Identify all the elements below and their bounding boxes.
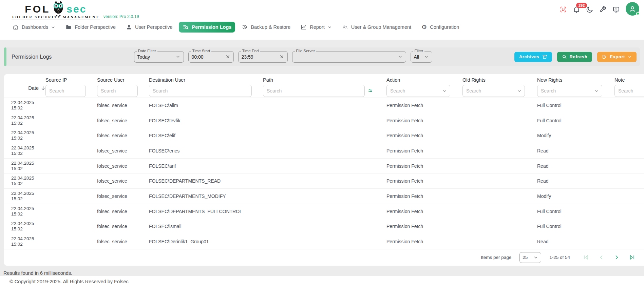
cell-new-rights: Read: [537, 163, 614, 169]
chevron-down-icon: [398, 54, 403, 59]
table-body: 22.04.202515:02 folsec_service FOLSEC\al…: [4, 98, 644, 249]
items-per-page-label: Items per page: [481, 255, 511, 260]
column-new-rights: New Rights: [537, 74, 614, 98]
time-end-input[interactable]: Time End 23:59: [238, 51, 288, 63]
table-row[interactable]: 22.04.202515:02 folsec_service FOLSEC\al…: [4, 98, 644, 113]
cell-new-rights: Full Control: [537, 103, 614, 108]
app-footer: © Copyright 2019-2025. All Rights Reserv…: [0, 276, 644, 287]
cell-action: Permission Fetch: [386, 239, 462, 244]
chevron-down-icon[interactable]: [594, 88, 599, 94]
table-row[interactable]: 22.04.202515:02 folsec_service FOLSEC\is…: [4, 219, 644, 234]
page-range-label: 1-25 of 54: [549, 255, 570, 260]
previous-page-button[interactable]: [598, 254, 605, 261]
cell-date: 22.04.202515:02: [4, 221, 45, 232]
cell-action: Permission Fetch: [386, 209, 462, 214]
cell-destination-user: FOLSEC\enes: [149, 148, 263, 153]
path-search-input[interactable]: [263, 85, 365, 97]
dark-mode-moon-icon[interactable]: [586, 6, 593, 13]
chevron-down-icon: [175, 54, 181, 59]
note-search-input[interactable]: [614, 85, 644, 97]
cell-new-rights: Read: [537, 239, 614, 244]
accent-bar: [4, 47, 6, 66]
chevron-down-icon: [424, 54, 429, 59]
chevron-down-icon: [51, 25, 55, 29]
action-search-select[interactable]: [386, 85, 450, 97]
cell-destination-user: FOLSEC\DEPARTMENTS_READ: [149, 178, 263, 184]
filter-select[interactable]: Filter All: [411, 51, 432, 63]
cell-date: 22.04.202515:02: [4, 161, 45, 171]
results-timing-note: Results found in 6 milliseconds.: [0, 266, 644, 276]
notifications-bell[interactable]: 292: [573, 6, 580, 13]
nav-folder-perspective[interactable]: Folder Perspective: [62, 22, 119, 33]
table-row[interactable]: 22.04.202515:02 folsec_service FOLSEC\DE…: [4, 189, 644, 204]
first-page-button[interactable]: [583, 254, 589, 261]
nav-user-perspective[interactable]: User Perspective: [122, 22, 176, 33]
table-row[interactable]: 22.04.202515:02 folsec_service FOLSEC\en…: [4, 143, 644, 159]
table-row[interactable]: 22.04.202515:02 folsec_service FOLSEC\DE…: [4, 173, 644, 189]
last-page-button[interactable]: [629, 254, 635, 261]
column-note: Note: [614, 74, 644, 98]
time-start-input[interactable]: Time Start 00:00: [188, 51, 234, 63]
logo-tagline: FOLDER SECURITY MANAGEMENT: [12, 15, 100, 20]
wrench-icon[interactable]: [599, 6, 607, 13]
nav-dashboards[interactable]: Dashboards: [9, 22, 59, 33]
cell-source-user: folsec_service: [97, 224, 149, 229]
table-row[interactable]: 22.04.202515:02 folsec_service FOLSEC\te…: [4, 113, 644, 128]
refresh-button[interactable]: Refresh: [557, 52, 592, 62]
cell-action: Permission Fetch: [386, 193, 462, 199]
cell-source-user: folsec_service: [97, 148, 149, 153]
user-avatar[interactable]: [626, 2, 639, 16]
monitor-icon[interactable]: [612, 6, 620, 13]
column-destination-user: Destination User: [149, 74, 263, 98]
cell-source-user: folsec_service: [97, 239, 149, 244]
cell-new-rights: Read: [537, 148, 614, 153]
cell-new-rights: Read: [537, 178, 614, 184]
clear-icon[interactable]: [225, 54, 230, 59]
nav-configuration[interactable]: ⚙ Configuration: [418, 22, 463, 33]
nav-permission-logs[interactable]: Permission Logs: [179, 22, 235, 33]
table-row[interactable]: 22.04.202515:02 folsec_service FOLSEC\ar…: [4, 159, 644, 174]
items-per-page-select[interactable]: 25: [519, 252, 541, 263]
cell-date: 22.04.202515:02: [4, 176, 45, 186]
cell-destination-user: FOLSEC\tevfik: [149, 118, 263, 123]
cell-source-user: folsec_service: [97, 163, 149, 169]
version-label: version: Pro 2.0.19: [103, 14, 139, 19]
column-path: Path ≈: [263, 74, 386, 98]
person-icon: [126, 24, 132, 30]
old-rights-search-select[interactable]: [462, 85, 525, 97]
export-button[interactable]: Export: [597, 52, 637, 62]
new-rights-search-select[interactable]: [537, 85, 602, 97]
clear-icon[interactable]: [279, 54, 284, 59]
export-icon: [602, 54, 607, 59]
cell-new-rights: Full Control: [537, 224, 614, 229]
destination-user-search-input[interactable]: [149, 85, 252, 97]
nav-divider: [0, 34, 644, 40]
approx-match-toggle[interactable]: ≈: [368, 87, 372, 95]
cell-destination-user: FOLSEC\alim: [149, 103, 263, 108]
nav-user-group-management[interactable]: User & Group Management: [338, 22, 415, 33]
nav-report[interactable]: Report: [297, 22, 336, 33]
chevron-down-icon[interactable]: [442, 88, 447, 94]
file-server-select[interactable]: File Server: [292, 51, 406, 63]
chevron-down-icon[interactable]: [517, 88, 522, 94]
source-ip-search-input[interactable]: [45, 85, 86, 97]
table-row[interactable]: 22.04.202515:02 folsec_service FOLSEC\De…: [4, 234, 644, 249]
nav-backup-restore[interactable]: Backup & Restore: [238, 22, 294, 33]
cell-action: Permission Fetch: [386, 224, 462, 229]
column-date-sort[interactable]: Date: [4, 74, 45, 98]
cell-new-rights: Modify: [537, 133, 614, 138]
logo-text-sec: sec: [67, 4, 87, 14]
next-page-button[interactable]: [613, 254, 620, 261]
cell-source-user: folsec_service: [97, 178, 149, 184]
face-scan-icon[interactable]: [560, 6, 567, 13]
cell-date: 22.04.202515:02: [4, 236, 45, 247]
search-icon: [562, 54, 567, 59]
source-user-search-input[interactable]: [97, 85, 138, 97]
cell-date: 22.04.202515:02: [4, 130, 45, 141]
date-filter-select[interactable]: Date Filter Today: [134, 51, 184, 63]
cell-new-rights: Full Control: [537, 209, 614, 214]
table-row[interactable]: 22.04.202515:02 folsec_service FOLSEC\el…: [4, 128, 644, 143]
table-row[interactable]: 22.04.202515:02 folsec_service FOLSEC\DE…: [4, 204, 644, 219]
cell-destination-user: FOLSEC\DEPARTMENTS_MODIFY: [149, 193, 263, 199]
archives-button[interactable]: Archives: [514, 52, 552, 62]
